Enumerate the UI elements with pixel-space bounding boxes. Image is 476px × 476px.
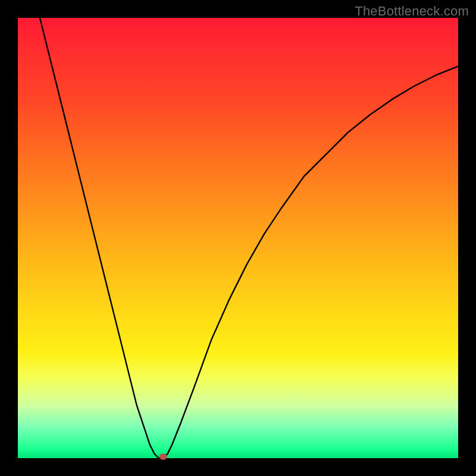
- chart-frame: TheBottleneck.com: [0, 0, 476, 476]
- minimum-marker: [159, 454, 167, 460]
- watermark-text: TheBottleneck.com: [355, 4, 469, 19]
- curve-svg: [18, 18, 458, 458]
- bottleneck-curve: [40, 18, 458, 458]
- plot-area: [18, 18, 458, 458]
